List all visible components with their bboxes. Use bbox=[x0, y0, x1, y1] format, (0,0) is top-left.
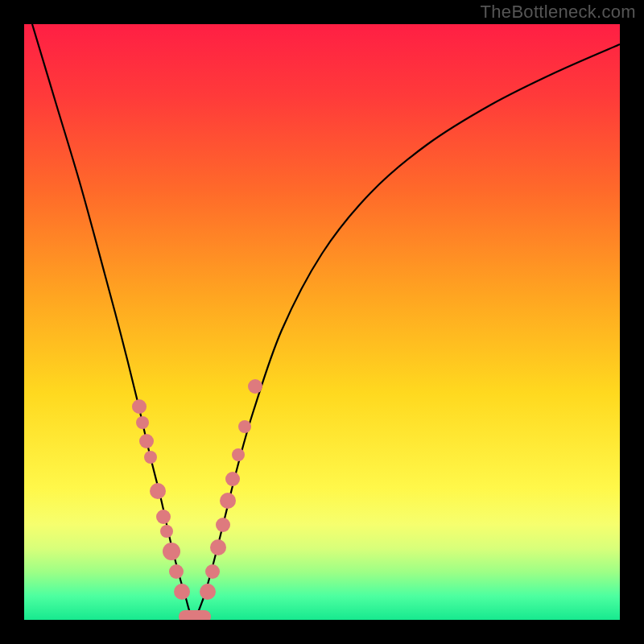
curve-marker bbox=[216, 518, 230, 532]
marker-group bbox=[132, 379, 262, 620]
curve-marker bbox=[163, 543, 180, 560]
curve-marker bbox=[136, 416, 149, 429]
curve-marker bbox=[220, 493, 236, 509]
watermark-text: TheBottleneck.com bbox=[481, 2, 636, 23]
curve-marker bbox=[139, 434, 154, 448]
bottleneck-curve bbox=[32, 24, 620, 618]
curve-marker bbox=[225, 472, 240, 486]
curve-marker bbox=[238, 420, 251, 433]
curve-group bbox=[32, 24, 620, 618]
curve-marker bbox=[150, 483, 166, 499]
curve-marker bbox=[232, 448, 245, 461]
curve-marker bbox=[205, 564, 220, 579]
curve-marker bbox=[200, 584, 216, 600]
curve-marker bbox=[210, 539, 226, 555]
curve-marker bbox=[169, 564, 184, 579]
chart-frame: TheBottleneck.com bbox=[0, 0, 644, 644]
curve-marker bbox=[132, 399, 147, 414]
curve-marker bbox=[174, 584, 190, 600]
curve-svg bbox=[24, 24, 620, 620]
plot-area bbox=[24, 24, 620, 620]
curve-marker bbox=[160, 525, 173, 538]
curve-marker bbox=[156, 510, 171, 524]
curve-trough-pill bbox=[179, 610, 211, 620]
curve-marker bbox=[144, 451, 157, 464]
curve-marker bbox=[248, 379, 262, 394]
